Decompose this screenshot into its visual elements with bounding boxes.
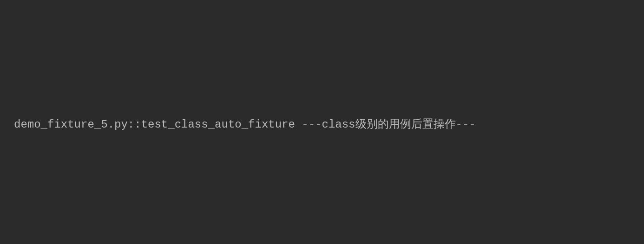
test-execution-line: demo_fixture_5.py::test_class_auto_fixtu… (14, 116, 630, 134)
terminal-output: demo_fixture_5.py::test_class_auto_fixtu… (14, 81, 630, 244)
